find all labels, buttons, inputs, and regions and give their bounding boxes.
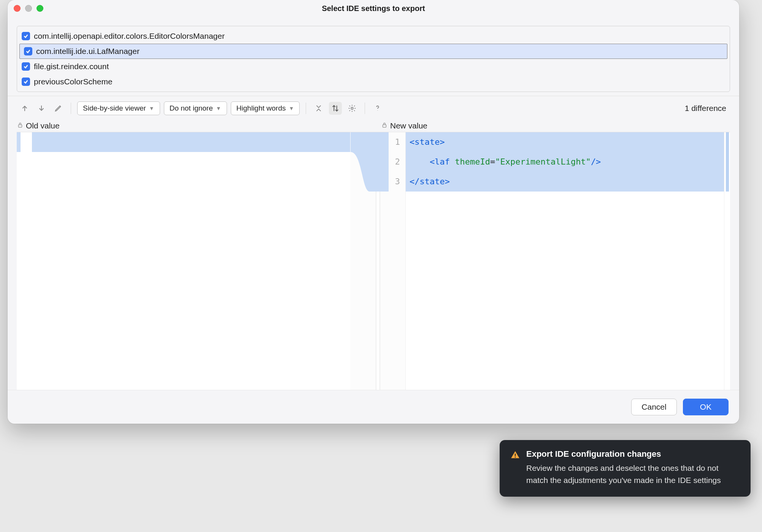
settings-row[interactable]: previousColorScheme — [17, 74, 730, 89]
warning-icon — [510, 450, 520, 460]
toast-title: Export IDE configuration changes — [526, 449, 740, 459]
old-gutter: 1 — [350, 132, 376, 390]
svg-rect-1 — [19, 125, 22, 127]
settings-list: com.intellij.openapi.editor.colors.Edito… — [17, 26, 730, 92]
settings-item-label: file.gist.reindex.count — [34, 62, 109, 71]
lock-icon — [381, 121, 388, 130]
checkbox-checked-icon[interactable] — [22, 62, 30, 71]
svg-rect-3 — [515, 454, 516, 456]
next-diff-button[interactable] — [35, 102, 48, 115]
toast-body: Review the changes and deselect the ones… — [526, 462, 740, 486]
checkbox-checked-icon[interactable] — [24, 47, 32, 55]
chevron-down-icon: ▼ — [289, 105, 294, 111]
close-window-button[interactable] — [14, 5, 21, 12]
export-settings-dialog: Select IDE settings to export com.intell… — [8, 0, 739, 424]
sync-scroll-button[interactable] — [329, 102, 342, 115]
edit-button[interactable] — [52, 102, 65, 115]
settings-row[interactable]: com.intellij.openapi.editor.colors.Edito… — [17, 28, 730, 44]
old-value-label: Old value — [26, 121, 60, 130]
chevron-down-icon: ▼ — [216, 105, 221, 111]
checkbox-checked-icon[interactable] — [22, 32, 30, 40]
minimize-window-button[interactable] — [25, 5, 32, 12]
svg-rect-4 — [515, 457, 516, 458]
new-gutter: 1 2 3 — [380, 132, 406, 390]
cancel-button[interactable]: Cancel — [631, 399, 677, 415]
diff-headers: Old value New value — [8, 119, 739, 132]
settings-row[interactable]: com.intellij.ide.ui.LafManager — [19, 44, 727, 59]
settings-item-label: com.intellij.openapi.editor.colors.Edito… — [34, 32, 225, 41]
collapse-unchanged-button[interactable] — [312, 102, 325, 115]
old-value-pane[interactable] — [17, 132, 350, 390]
ignore-mode-select[interactable]: Do not ignore▼ — [164, 101, 227, 115]
dialog-title: Select IDE settings to export — [8, 4, 739, 13]
highlight-mode-select[interactable]: Highlight words▼ — [231, 101, 300, 115]
titlebar: Select IDE settings to export — [8, 0, 739, 17]
prev-diff-button[interactable] — [18, 102, 31, 115]
svg-rect-2 — [383, 125, 386, 127]
chevron-down-icon: ▼ — [149, 105, 154, 111]
notification-toast[interactable]: Export IDE configuration changes Review … — [500, 440, 751, 497]
new-value-label: New value — [390, 121, 427, 130]
diff-body: 1 1 2 3 <state> <laf themeId="Experiment… — [17, 132, 730, 390]
help-button[interactable] — [371, 102, 384, 115]
settings-gear-button[interactable] — [346, 102, 359, 115]
dialog-footer: Cancel OK — [8, 390, 739, 424]
settings-item-label: com.intellij.ide.ui.LafManager — [36, 47, 140, 56]
difference-count: 1 difference — [685, 104, 730, 113]
new-value-pane[interactable]: <state> <laf themeId="ExperimentalLight"… — [406, 132, 724, 390]
viewer-mode-select[interactable]: Side-by-side viewer▼ — [77, 101, 160, 115]
checkbox-checked-icon[interactable] — [22, 78, 30, 86]
settings-item-label: previousColorScheme — [34, 77, 113, 86]
ok-button[interactable]: OK — [683, 399, 729, 415]
svg-point-0 — [351, 107, 354, 109]
diff-toolbar: Side-by-side viewer▼ Do not ignore▼ High… — [8, 96, 739, 119]
lock-icon — [17, 121, 24, 130]
zoom-window-button[interactable] — [37, 5, 43, 12]
settings-row[interactable]: file.gist.reindex.count — [17, 59, 730, 74]
